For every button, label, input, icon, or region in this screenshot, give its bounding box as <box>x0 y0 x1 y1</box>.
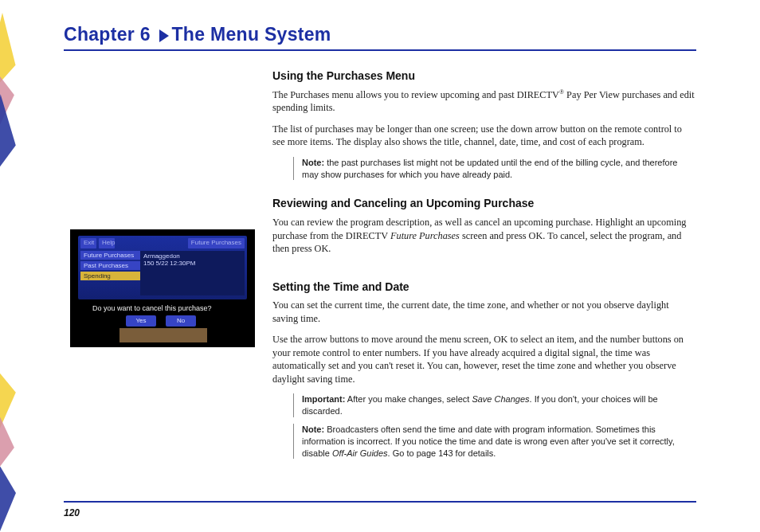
main-column: Using the Purchases Menu The Purchases m… <box>272 65 695 499</box>
purchases-para-1: The Purchases menu allows you to review … <box>272 88 695 115</box>
heading-purchases: Using the Purchases Menu <box>272 68 695 84</box>
text: After you make changes, select <box>345 394 472 404</box>
chevron-right-icon <box>159 29 169 42</box>
purchases-para-2: The list of purchases may be longer than… <box>272 123 695 149</box>
ss-help: Help <box>99 238 115 248</box>
ss-header-right: Future Purchases <box>188 238 245 248</box>
page-number: 120 <box>64 507 80 518</box>
page-left-decor <box>0 0 48 532</box>
time-para-1: You can set the current time, the curren… <box>272 299 695 325</box>
time-important: Important: After you make changes, selec… <box>293 393 695 417</box>
note-label: Note: <box>302 158 324 167</box>
save-changes-italic: Save Changes <box>472 394 529 404</box>
side-column: Exit Help Future Purchases Future Purcha… <box>67 65 258 499</box>
tv-screenshot: Exit Help Future Purchases Future Purcha… <box>70 229 255 347</box>
time-note: Note: Broadcasters often send the time a… <box>293 424 695 460</box>
note-text: the past purchases list might not be upd… <box>302 158 677 179</box>
purchases-note: Note: the past purchases list might not … <box>293 157 695 181</box>
ss-yes-button: Yes <box>126 315 156 327</box>
ss-question: Do you want to cancel this purchase? <box>92 304 233 312</box>
reviewing-para-1: You can review the program description, … <box>272 216 695 255</box>
text: . Go to page 143 for details. <box>388 448 496 458</box>
ss-detail-info: 150 5/22 12:30PM <box>143 260 241 267</box>
ss-exit: Exit <box>80 238 96 248</box>
heading-reviewing: Reviewing and Canceling an Upcoming Purc… <box>272 196 695 211</box>
ss-video-thumbnail <box>119 328 207 342</box>
text: The Purchases menu allows you to review … <box>272 89 559 100</box>
chapter-prefix: Chapter 6 <box>64 24 151 45</box>
important-label: Important: <box>302 394 345 404</box>
chapter-name: The Menu System <box>172 24 331 45</box>
heading-time: Setting the Time and Date <box>272 280 695 295</box>
ss-detail: Armaggedon 150 5/22 12:30PM <box>140 251 245 295</box>
note-label: Note: <box>302 424 324 434</box>
off-air-guides-italic: Off-Air Guides <box>332 448 388 458</box>
time-para-2: Use the arrow buttons to move around the… <box>272 333 695 385</box>
chapter-title: Chapter 6 The Menu System <box>64 24 696 51</box>
page-footer: 120 <box>64 501 696 519</box>
ss-no-button: No <box>166 315 196 327</box>
ss-detail-title: Armaggedon <box>143 252 241 260</box>
future-purchases-italic: Future Purchases <box>390 230 460 241</box>
